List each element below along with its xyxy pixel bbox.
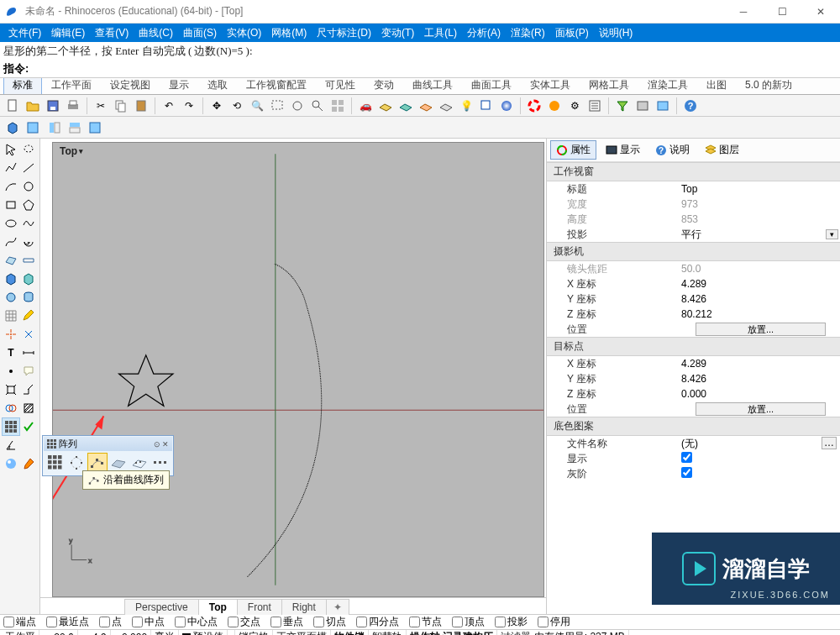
light-icon[interactable]: 💡: [457, 97, 475, 115]
layer-icon[interactable]: [477, 97, 496, 115]
osnap-停用[interactable]: 停用: [538, 615, 570, 629]
join-tool[interactable]: [20, 325, 39, 344]
status-cell-6[interactable]: [228, 630, 235, 635]
hatch-tool[interactable]: [20, 399, 39, 417]
status-cell-8[interactable]: 正交平面模: [273, 630, 331, 635]
view-tab-right[interactable]: Right: [281, 599, 327, 615]
extrude-tool[interactable]: [20, 270, 39, 288]
dim-tool[interactable]: [20, 344, 39, 362]
right-tab-说明[interactable]: ?说明: [649, 140, 696, 160]
status-cell-7[interactable]: 锁定格: [235, 630, 273, 635]
anno-tool[interactable]: [20, 362, 39, 380]
place-button[interactable]: 放置...: [696, 323, 826, 336]
add-view-tab[interactable]: ✦: [326, 599, 349, 615]
menu-分析(A)[interactable]: 分析(A): [462, 24, 506, 42]
arrow-tool[interactable]: [2, 140, 20, 159]
tab-变动[interactable]: 变动: [365, 78, 403, 94]
panel3-icon[interactable]: [86, 118, 104, 137]
status-cell-9[interactable]: 物件锁: [331, 630, 369, 635]
osnap-中点[interactable]: 中点: [132, 615, 165, 629]
place-button[interactable]: 放置...: [696, 402, 826, 416]
maximize-button[interactable]: ☐: [763, 0, 801, 24]
tab-5.0 的新功[interactable]: 5.0 的新功: [736, 78, 801, 94]
status-cell-1[interactable]: x -20.6: [39, 630, 78, 635]
cplane3-icon[interactable]: [437, 97, 455, 115]
sphere-tool[interactable]: [2, 288, 20, 307]
tab-工作平面[interactable]: 工作平面: [42, 78, 101, 94]
array-rect-icon[interactable]: [45, 453, 66, 473]
flyout-close-icon[interactable]: ✕: [162, 440, 169, 449]
osnap-顶点[interactable]: 顶点: [452, 615, 485, 629]
boolean-tool[interactable]: [2, 399, 20, 417]
menu-曲面(S)[interactable]: 曲面(S): [178, 24, 222, 42]
osnap-点[interactable]: 点: [99, 615, 122, 629]
redo-icon[interactable]: ↷: [180, 97, 198, 115]
zoom-window-icon[interactable]: [268, 97, 286, 115]
circle-tool[interactable]: [20, 177, 39, 196]
options-icon[interactable]: ⚙: [565, 97, 584, 115]
prop-显示[interactable]: 显示: [547, 451, 840, 466]
zoom-selected-icon[interactable]: [308, 97, 327, 115]
command-input[interactable]: [32, 63, 837, 76]
flyout-pin-icon[interactable]: ⊙: [154, 440, 160, 449]
osnap-切点[interactable]: 切点: [313, 615, 346, 629]
prop-位置[interactable]: 位置放置...: [547, 322, 840, 337]
menu-网格(M)[interactable]: 网格(M): [266, 24, 312, 42]
minimize-button[interactable]: ─: [724, 0, 763, 24]
lasso-tool[interactable]: [20, 140, 39, 159]
menu-实体(O)[interactable]: 实体(O): [222, 24, 266, 42]
osnap-四分点[interactable]: 四分点: [356, 615, 399, 629]
menu-工具(L)[interactable]: 工具(L): [419, 24, 462, 42]
browse-button[interactable]: …: [822, 437, 837, 449]
status-cell-0[interactable]: 工作平: [2, 630, 39, 635]
prop-checkbox[interactable]: [681, 467, 692, 478]
close-button[interactable]: ✕: [801, 0, 840, 24]
box-tool[interactable]: [2, 270, 20, 288]
transform-tool[interactable]: [2, 380, 20, 399]
view-tab-front[interactable]: Front: [237, 599, 282, 615]
text-tool[interactable]: T: [2, 344, 20, 362]
tab-设定视图[interactable]: 设定视图: [101, 78, 160, 94]
cplane-icon[interactable]: [376, 97, 395, 115]
tab-显示[interactable]: 显示: [160, 78, 198, 94]
cut-icon[interactable]: ✂: [92, 97, 110, 115]
mesh-tool[interactable]: [2, 307, 20, 325]
spiral-tool[interactable]: [20, 233, 39, 251]
line-tool[interactable]: [20, 159, 39, 177]
panel1-icon[interactable]: [45, 118, 64, 137]
zoom-extents-icon[interactable]: [288, 97, 307, 115]
prop-投影[interactable]: 投影平行▾: [547, 227, 840, 242]
tab-实体工具[interactable]: 实体工具: [521, 78, 580, 94]
menu-曲线(C)[interactable]: 曲线(C): [134, 24, 178, 42]
panel2-icon[interactable]: [66, 118, 84, 137]
polyline-tool[interactable]: [2, 159, 20, 177]
menu-说明(H)[interactable]: 说明(H): [594, 24, 638, 42]
right-tab-显示[interactable]: 显示: [600, 140, 646, 160]
ellipse-tool[interactable]: [2, 214, 20, 233]
save-icon[interactable]: [44, 97, 62, 115]
show-icon[interactable]: [654, 97, 672, 115]
menu-编辑(E)[interactable]: 编辑(E): [46, 24, 90, 42]
cplane2-icon[interactable]: [417, 97, 435, 115]
freeform-tool[interactable]: [20, 214, 39, 233]
paste-icon[interactable]: [132, 97, 150, 115]
zoom-icon[interactable]: 🔍: [248, 97, 266, 115]
properties-icon[interactable]: [585, 97, 604, 115]
rect-tool[interactable]: [2, 196, 20, 214]
copy-icon[interactable]: [112, 97, 130, 115]
right-tab-图层[interactable]: 图层: [699, 140, 745, 160]
set-view-icon[interactable]: [396, 97, 415, 115]
render-icon[interactable]: [497, 97, 516, 115]
status-cell-2[interactable]: y -4.9: [78, 630, 111, 635]
print-icon[interactable]: [64, 97, 82, 115]
loft-tool[interactable]: [20, 251, 39, 270]
tab-曲线工具[interactable]: 曲线工具: [403, 78, 462, 94]
osnap-最近点[interactable]: 最近点: [46, 615, 89, 629]
blank-tool[interactable]: [20, 436, 39, 454]
status-cell-12[interactable]: 过滤器 内存使用量: 227 MB: [497, 630, 628, 635]
cylinder-tool[interactable]: [20, 288, 39, 307]
edit-tool[interactable]: [20, 307, 39, 325]
prop-checkbox[interactable]: [681, 452, 692, 463]
tab-出图[interactable]: 出图: [697, 78, 736, 94]
status-cell-5[interactable]: 预设值: [179, 630, 228, 635]
